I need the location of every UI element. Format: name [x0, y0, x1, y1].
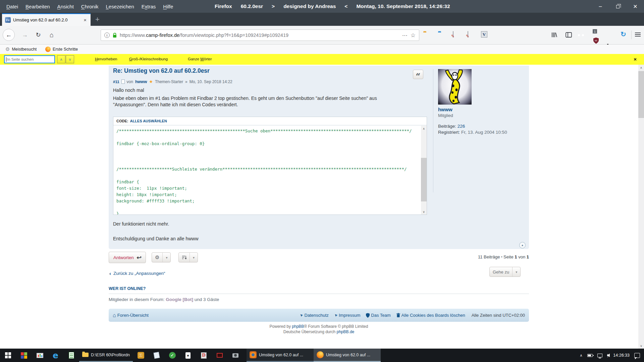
tab-close-icon[interactable]: × — [83, 17, 88, 23]
team-link[interactable]: Das Team — [366, 313, 390, 318]
scroll-up-icon[interactable]: ∧ — [638, 65, 644, 70]
highlight-all-toggle[interactable]: Hervorheben — [95, 57, 117, 61]
tray-clock[interactable]: 14:26:33 — [613, 353, 630, 358]
edit-document-icon[interactable]: ✎ — [453, 31, 453, 38]
taskbar-app-edge[interactable]: e — [48, 349, 63, 362]
menu-lesezeichen[interactable]: Lesezeichen — [102, 4, 138, 9]
post-permalink-icon[interactable] — [121, 79, 125, 84]
taskbar-window-firefox-1[interactable]: Umstieg von 62.0 auf ... — [247, 349, 314, 362]
back-button[interactable]: ← — [3, 29, 15, 41]
taskbar-app-presentation[interactable] — [32, 349, 48, 362]
taskbar-app-camera[interactable] — [227, 349, 243, 362]
taskbar-app-greendoc[interactable] — [63, 349, 79, 362]
url-text[interactable]: https://www.camp-firefox.de/forum/viewto… — [120, 33, 399, 38]
back-to-forum-link[interactable]: ‹ Zurück zu „Anpassungen“ — [109, 270, 165, 276]
profile-posts-row: Beiträge: 226 — [438, 123, 527, 129]
bookmark-getting-started[interactable]: Erste Schritte — [45, 47, 78, 52]
back-to-top-button[interactable]: ▲ — [519, 242, 526, 248]
home-button[interactable]: ⌂ — [46, 29, 57, 40]
scroll-down-icon[interactable]: ∨ — [421, 209, 427, 215]
chevron-down-icon[interactable]: ▾ — [190, 253, 198, 262]
post-author-link[interactable]: hwww — [135, 79, 147, 84]
menu-ansicht[interactable]: Ansicht — [54, 4, 77, 9]
profile-username-link[interactable]: hwww — [438, 107, 527, 112]
taskbar-app-solitaire[interactable]: ♠ — [180, 349, 196, 362]
menu-extras[interactable]: Extras — [138, 4, 160, 9]
post-number-link[interactable]: #11 — [113, 80, 119, 84]
match-case-toggle[interactable]: Groß-/Kleinschreibung — [129, 57, 168, 61]
forum-overview-link[interactable]: ⌂ Foren-Übersicht — [113, 312, 149, 318]
v-extension-icon[interactable]: V — [481, 31, 487, 38]
page-scrollbar-thumb[interactable] — [638, 71, 644, 118]
taskbar-app-remote[interactable] — [212, 349, 227, 362]
taskbar-window-explorer[interactable]: D:\ESR 60\Profilordne... — [79, 349, 133, 362]
bookmark-star-icon[interactable]: ☆ — [411, 32, 416, 39]
taskbar-app-notepad[interactable] — [149, 349, 164, 362]
taskbar-window-firefox-2[interactable]: Umstieg von 62.0 auf ... — [314, 349, 381, 362]
find-input[interactable]: In Seite suchen — [4, 55, 55, 63]
posts-count-link[interactable]: 226 — [458, 124, 465, 129]
gear-icon: ⚙ — [5, 46, 10, 52]
chevron-down-icon[interactable]: ▾ — [163, 253, 170, 262]
delete-cookies-link[interactable]: Alle Cookies des Boards löschen — [396, 313, 465, 318]
menu-datei[interactable]: Datei — [3, 4, 22, 9]
network-icon[interactable] — [597, 354, 602, 357]
google-bot-link[interactable]: Google [Bot] — [166, 297, 193, 302]
sort-button[interactable]: ▾ — [178, 252, 198, 262]
find-previous-button[interactable]: ∧ — [57, 55, 65, 63]
avatar[interactable] — [438, 69, 472, 105]
quote-button[interactable]: “ — [413, 70, 423, 79]
phpbb-link[interactable]: phpBB — [292, 324, 304, 329]
taskbar-app-dvbviewer[interactable]: D — [196, 349, 212, 362]
taskbar-app-colorful[interactable] — [16, 349, 32, 362]
volume-icon[interactable]: ) — [607, 353, 609, 357]
menu-chronik[interactable]: Chronik — [77, 4, 102, 9]
taskbar-app-antivirus[interactable]: ✓ — [164, 349, 180, 362]
scroll-down-icon[interactable]: ∨ — [638, 343, 644, 349]
phpbb-de-link[interactable]: phpBB.de — [337, 329, 355, 334]
scroll-up-icon[interactable]: ∧ — [421, 126, 427, 131]
page-scrollbar[interactable]: ∧ ∨ — [638, 65, 644, 349]
presentation-icon — [37, 353, 43, 358]
goto-button[interactable]: Gehe zu ▾ — [489, 267, 521, 277]
menu-bearbeiten[interactable]: Bearbeiten — [22, 4, 54, 9]
new-tab-button[interactable]: + — [95, 15, 100, 24]
library-icon[interactable] — [551, 32, 557, 38]
goto-label[interactable]: Gehe zu — [490, 267, 512, 277]
page-actions-icon[interactable]: ⋯ — [402, 32, 408, 39]
minimize-button[interactable]: – — [592, 0, 609, 13]
reply-button[interactable]: Antworten ↩ — [109, 252, 146, 263]
taskbar-app-keepass[interactable]: ⚿ — [133, 349, 149, 362]
impressum-link[interactable]: ➤Impressum — [334, 313, 361, 318]
action-center-icon[interactable] — [634, 353, 640, 358]
url-bar[interactable]: i https://www.camp-firefox.de/forum/view… — [101, 29, 419, 41]
page-info-icon[interactable]: i — [104, 33, 110, 38]
battery-icon[interactable] — [587, 354, 593, 357]
tab-active[interactable]: Fx Umstieg von 62.0 auf 60.2.0 × — [2, 13, 91, 26]
find-next-button[interactable]: ∨ — [66, 55, 74, 63]
find-close-icon[interactable]: × — [634, 56, 637, 62]
ublock-shield-icon[interactable]: uc 1 — [593, 37, 644, 44]
window-title: Firefox 60.2.0esr > designed by Andreas … — [215, 0, 450, 13]
datenschutz-link[interactable]: ➤Datenschutz — [300, 313, 328, 318]
close-button[interactable]: ✕ — [627, 0, 644, 13]
start-button[interactable] — [0, 349, 16, 362]
whole-words-toggle[interactable]: Ganze Wörter — [188, 57, 212, 61]
tray-expand-icon[interactable]: ∧ — [580, 353, 583, 358]
reload-button[interactable]: ↻ — [33, 29, 44, 40]
menu-hamburger-icon[interactable] — [635, 33, 641, 37]
sort-icon[interactable] — [179, 253, 190, 262]
sync-extension-icon[interactable]: ↻ — [621, 30, 626, 38]
restore-button[interactable] — [609, 0, 627, 13]
edit-document-icon-2[interactable]: ✎ — [468, 31, 468, 38]
code-scrollbar-thumb[interactable] — [421, 158, 427, 201]
forward-button[interactable]: → — [19, 29, 30, 40]
menu-hilfe[interactable]: Hilfe — [159, 4, 177, 9]
wrench-icon[interactable]: ⚙ — [152, 253, 162, 262]
sidebar-icon[interactable] — [566, 32, 572, 38]
bookmark-most-visited[interactable]: ⚙ Meistbesucht — [5, 46, 37, 52]
code-select-all-link[interactable]: ALLES AUSWÄHLEN — [130, 119, 167, 123]
topic-tools-button[interactable]: ⚙ ▾ — [152, 252, 171, 262]
chevron-down-icon[interactable]: ▾ — [513, 267, 520, 277]
code-scrollbar[interactable]: ∧ ∨ — [421, 126, 427, 215]
